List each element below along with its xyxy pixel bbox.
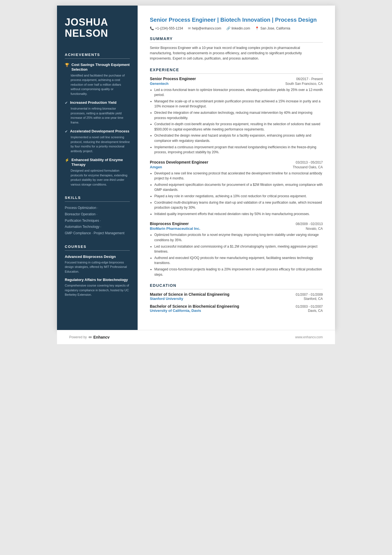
bullet: Initiated quality improvement efforts th… xyxy=(154,211,323,217)
course-title-1: Advanced Bioprocess Design xyxy=(65,255,130,259)
candidate-name: JOSHUA NELSON xyxy=(65,17,130,39)
achievement-title-3: Accelerated Development Process xyxy=(70,129,129,134)
edu-dates-1: 01/2007 - 01/2009 xyxy=(296,293,323,297)
exp-bullets-3: Optimized formulation protocols for a no… xyxy=(150,232,323,277)
achievement-icon-1: 🏆 xyxy=(65,63,69,67)
courses-title: COURSES xyxy=(65,245,130,251)
bullet: Coordinated multi-disciplinary teams dur… xyxy=(154,200,323,210)
exp-bullets-2: Developed a new cell line screening prot… xyxy=(150,171,323,217)
achievement-desc-2: Instrumental in refining bioreactor proc… xyxy=(65,106,130,125)
bullet: Orchestrated the design review and hazar… xyxy=(154,133,323,143)
skill-5: GMP Compliance · Project Management xyxy=(65,231,130,236)
bullet: Developed a new cell line screening prot… xyxy=(154,171,323,181)
summary-title: SUMMARY xyxy=(150,36,323,43)
course-2: Regulatory Affairs for Biotechnology Com… xyxy=(65,278,130,297)
achievement-1: 🏆 Cost Savings Through Equipment Selecti… xyxy=(65,63,130,96)
exp-dates-2: 03/2013 - 05/2017 xyxy=(296,161,323,164)
bullet: Authored equipment specification documen… xyxy=(154,182,323,193)
summary-section: SUMMARY Senior Bioprocess Engineer with … xyxy=(150,36,323,61)
exp-job-title-2: Process Development Engineer xyxy=(150,160,208,164)
bullet: Managed the scale-up of a recombinant pr… xyxy=(154,99,323,109)
summary-text: Senior Bioprocess Engineer with a 10-yea… xyxy=(150,45,323,61)
bullet: Implemented a continuous improvement pro… xyxy=(154,145,323,155)
education-title: EDUCATION xyxy=(150,283,323,289)
edu-item-2: Bachelor of Science in Biochemical Engin… xyxy=(150,304,323,313)
contact-row: 📞 +1-(234)-555-1234 ✉ help@enhancv.com 🔗… xyxy=(150,26,323,30)
exp-job-title-3: Bioprocess Engineer xyxy=(150,221,189,226)
achievement-title-1: Cost Savings Through Equipment Selection xyxy=(71,63,130,72)
course-desc-2: Comprehensive course covering key aspect… xyxy=(65,283,130,297)
edu-degree-2: Bachelor of Science in Biochemical Engin… xyxy=(150,304,239,309)
edu-degree-1: Master of Science in Chemical Engineerin… xyxy=(150,292,229,297)
sidebar: JOSHUA NELSON ACHIEVEMENTS 🏆 Cost Saving… xyxy=(57,6,138,330)
footer-brand: Enhancv xyxy=(93,335,110,339)
exp-location-2: Thousand Oaks, CA xyxy=(293,165,323,169)
bullet: Authored and executed IQ/OQ protocols fo… xyxy=(154,255,323,266)
education-section: EDUCATION Master of Science in Chemical … xyxy=(150,283,323,313)
courses-section: COURSES Advanced Bioprocess Design Focus… xyxy=(65,245,130,297)
powered-by-label: Powered by xyxy=(69,335,87,339)
exp-dates-3: 08/2009 - 02/2013 xyxy=(296,222,323,226)
edu-school-2: University of California, Davis xyxy=(150,309,201,313)
edu-location-2: Davis, CA xyxy=(308,309,323,313)
main-header-title: Senior Process Engineer | Biotech Innova… xyxy=(150,16,323,24)
phone-icon: 📞 xyxy=(150,26,154,30)
bullet: Led successful installation and commissi… xyxy=(154,244,323,254)
skill-4: Automation Technology · xyxy=(65,225,130,229)
linkedin-icon: 🔗 xyxy=(226,26,230,30)
achievement-icon-2: ✔ xyxy=(65,101,68,105)
exp-location-3: Novato, CA xyxy=(306,227,323,231)
bullet: Directed the integration of new automati… xyxy=(154,110,323,120)
skill-2: Bioreactor Operation · xyxy=(65,212,130,217)
exp-dates-1: 06/2017 - Present xyxy=(296,77,323,81)
achievement-icon-4: ⚡ xyxy=(65,158,69,162)
achievement-desc-4: Designed and optimized formulation proto… xyxy=(65,168,130,187)
footer: Powered by ∞ Enhancv www.enhancv.com xyxy=(57,330,335,344)
exp-job-title-1: Senior Process Engineer xyxy=(150,77,196,81)
achievement-desc-1: Identified and facilitated the purchase … xyxy=(65,73,130,96)
exp-item-3: Bioprocess Engineer 08/2009 - 02/2013 Bi… xyxy=(150,221,323,277)
contact-phone: 📞 +1-(234)-555-1234 xyxy=(150,26,183,30)
achievement-2: ✔ Increased Production Yield Instrumenta… xyxy=(65,100,130,125)
bullet: Led a cross-functional team to optimize … xyxy=(154,87,323,98)
exp-location-1: South San Francisco, CA xyxy=(285,82,323,86)
exp-bullets-1: Led a cross-functional team to optimize … xyxy=(150,87,323,155)
exp-item-2: Process Development Engineer 03/2013 - 0… xyxy=(150,160,323,217)
course-desc-1: Focused training in cutting-edge bioproc… xyxy=(65,260,130,274)
achievement-title-2: Increased Production Yield xyxy=(70,100,116,105)
contact-location: 📍 San Jose, California xyxy=(255,26,290,30)
main-header: Senior Process Engineer | Biotech Innova… xyxy=(150,16,323,30)
contact-email: ✉ help@enhancv.com xyxy=(188,26,221,30)
exp-company-1: Genentech xyxy=(150,82,168,86)
achievement-3: ✔ Accelerated Development Process Implem… xyxy=(65,129,130,153)
achievement-desc-3: Implemented a novel cell line screening … xyxy=(65,135,130,153)
bullet: Conducted in-depth cost-benefit analysis… xyxy=(154,122,323,132)
exp-company-3: BioMarin Pharmaceutical Inc. xyxy=(150,226,200,231)
experience-section: EXPERIENCE Senior Process Engineer 06/20… xyxy=(150,68,323,277)
footer-website: www.enhancv.com xyxy=(295,335,323,339)
achievement-title-4: Enhanced Stability of Enzyme Therapy xyxy=(71,158,130,167)
edu-dates-2: 01/2003 - 01/2007 xyxy=(296,305,323,309)
bullet: Optimized formulation protocols for a no… xyxy=(154,232,323,243)
bullet: Played a key role in vendor negotiations… xyxy=(154,194,323,199)
name-line1: JOSHUA NELSON xyxy=(65,17,130,39)
course-1: Advanced Bioprocess Design Focused train… xyxy=(65,255,130,274)
main-content: Senior Process Engineer | Biotech Innova… xyxy=(138,6,335,330)
achievement-4: ⚡ Enhanced Stability of Enzyme Therapy D… xyxy=(65,158,130,187)
location-icon: 📍 xyxy=(255,26,259,30)
experience-title: EXPERIENCE xyxy=(150,68,323,74)
edu-item-1: Master of Science in Chemical Engineerin… xyxy=(150,292,323,301)
exp-item-1: Senior Process Engineer 06/2017 - Presen… xyxy=(150,77,323,155)
edu-location-1: Stanford, CA xyxy=(304,297,323,301)
achievements-title: ACHIEVEMENTS xyxy=(65,53,130,59)
contact-linkedin: 🔗 linkedin.com xyxy=(226,26,250,30)
course-title-2: Regulatory Affairs for Biotechnology xyxy=(65,278,130,282)
bullet: Managed cross-functional projects leadin… xyxy=(154,267,323,277)
email-icon: ✉ xyxy=(188,26,191,30)
footer-logo: Powered by ∞ Enhancv xyxy=(69,335,110,340)
enhancv-logo-icon: ∞ xyxy=(88,335,91,340)
skills-title: SKILLS xyxy=(65,196,130,202)
achievement-icon-3: ✔ xyxy=(65,129,68,134)
skills-section: SKILLS Process Optimization · Bioreactor… xyxy=(65,196,130,236)
edu-school-1: Stanford University xyxy=(150,297,183,301)
